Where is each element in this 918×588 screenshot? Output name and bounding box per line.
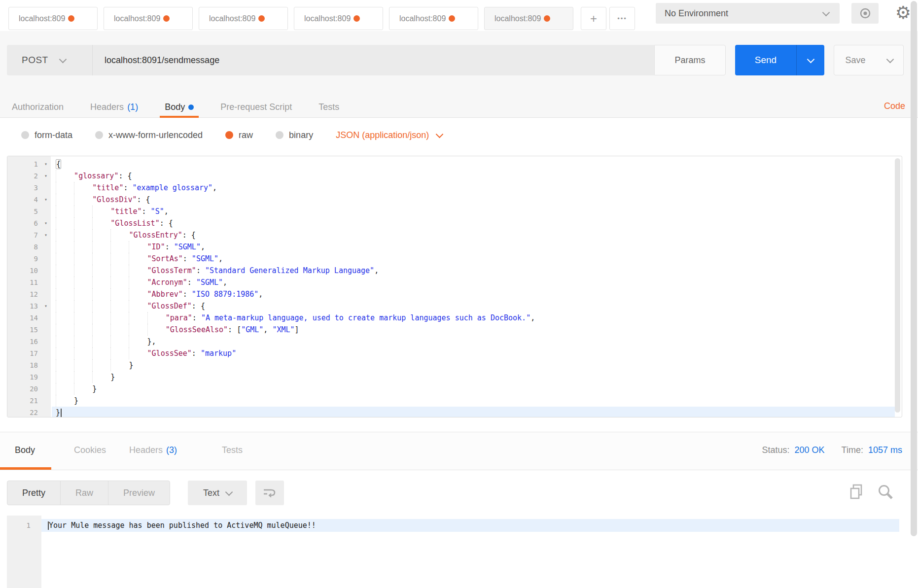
code-token: } (110, 373, 115, 381)
code-token: "GlossSeeAlso" (166, 325, 228, 334)
response-headers-count-badge: (3) (166, 445, 177, 455)
save-options-button[interactable] (877, 45, 904, 75)
code-token: , (223, 278, 227, 287)
response-tab-headers[interactable]: Headers (3) (129, 445, 177, 455)
view-mode-preview[interactable]: Preview (108, 481, 170, 505)
indent-guide (110, 312, 129, 324)
indent-guide (74, 182, 92, 194)
url-input[interactable] (92, 45, 654, 75)
response-tab-body[interactable]: Body (15, 445, 35, 455)
code-line: 16}, (7, 336, 895, 347)
tab-body[interactable]: Body (165, 102, 194, 112)
view-mode-pretty[interactable]: Pretty (7, 481, 61, 505)
search-response-button[interactable] (877, 483, 894, 503)
fold-spacer (40, 371, 52, 383)
code-link[interactable]: Code (884, 101, 905, 111)
line-number: 11 (7, 277, 40, 288)
request-body-editor[interactable]: 1▾{2▾"glossary": {3"title": "example glo… (7, 156, 902, 417)
indent-guide (110, 288, 129, 300)
code-line: 13▾"GlossDef": { (7, 300, 895, 312)
tab-tests[interactable]: Tests (318, 102, 339, 112)
code-line-content: "GlossTerm": "Standard Generalized Marku… (52, 265, 895, 277)
tab-authorization[interactable]: Authorization (12, 102, 64, 112)
browser-tab-label: localhost:809 (114, 14, 160, 23)
save-button[interactable]: Save (834, 45, 877, 75)
indent-guide (92, 359, 110, 371)
line-number: 17 (7, 347, 40, 359)
line-number: 14 (7, 312, 40, 324)
radio-icon (95, 131, 103, 139)
indent-guide (56, 253, 74, 265)
browser-tab[interactable]: localhost:809 (199, 7, 288, 30)
response-body-viewer[interactable]: 1 Your Mule message has been published t… (7, 516, 902, 588)
wrap-lines-button[interactable] (255, 481, 284, 505)
code-token: "GlossDiv" (92, 195, 137, 204)
code-token: ] (295, 325, 299, 334)
code-token: : (187, 278, 196, 287)
tab-headers[interactable]: Headers (1) (90, 102, 138, 112)
fold-spacer (40, 347, 52, 359)
code-line: 22} (7, 407, 895, 417)
browser-tab[interactable]: localhost:809 (104, 7, 193, 30)
code-line: 7▾"GlossEntry": { (7, 229, 895, 241)
indent-guide (56, 347, 74, 359)
body-type-option-x-www-form-urlencoded[interactable]: x-www-form-urlencoded (95, 130, 203, 140)
new-tab-button[interactable]: + (581, 7, 606, 30)
code-line-content: "title": "example glossary", (52, 182, 895, 194)
editor-scrollbar-thumb[interactable] (895, 158, 900, 413)
code-line: 1▾{ (7, 158, 895, 170)
response-tab-tests[interactable]: Tests (222, 445, 243, 455)
body-type-option-form-data[interactable]: form-data (21, 130, 72, 140)
copy-response-button[interactable] (849, 483, 866, 503)
chevron-down-icon (807, 55, 814, 63)
send-options-button[interactable] (796, 45, 824, 75)
line-number: 3 (7, 182, 40, 194)
copy-icon (849, 483, 866, 501)
body-type-option-binary[interactable]: binary (276, 130, 313, 140)
fold-arrow-icon[interactable]: ▾ (40, 158, 52, 170)
environment-selector[interactable]: No Environment (656, 3, 840, 24)
indent-guide (92, 229, 110, 241)
view-mode-raw[interactable]: Raw (61, 481, 108, 505)
browser-tab-label: localhost:809 (494, 14, 541, 23)
code-line-content: "GlossSeeAlso": ["GML", "XML"] (52, 324, 895, 336)
more-tabs-button[interactable]: ••• (609, 7, 635, 30)
fold-spacer (40, 407, 52, 417)
content-type-select[interactable]: JSON (application/json) (336, 130, 442, 140)
tab-pre-request-script[interactable]: Pre-request Script (220, 102, 292, 112)
code-token: "GlossSee" (147, 349, 192, 358)
code-token: "para" (166, 313, 192, 322)
fold-arrow-icon[interactable]: ▾ (40, 300, 52, 312)
browser-tab[interactable]: localhost:809 (389, 7, 478, 30)
fold-arrow-icon[interactable]: ▾ (40, 194, 52, 206)
browser-tab[interactable]: localhost:809 (294, 7, 383, 30)
view-mode-group: PrettyRawPreview (7, 481, 170, 505)
indent-guide (74, 241, 92, 253)
code-token: , (164, 207, 169, 216)
code-line-content: } (52, 359, 895, 371)
response-format-select[interactable]: Text (188, 481, 247, 505)
code-line: 8"ID": "SGML", (7, 241, 895, 253)
indent-guide (110, 229, 129, 241)
browser-tab[interactable]: localhost:809 (8, 7, 98, 30)
code-line-content: "GlossList": { (52, 217, 895, 229)
fold-arrow-icon[interactable]: ▾ (40, 170, 52, 182)
environment-preview-button[interactable] (851, 3, 879, 24)
method-select[interactable]: POST (7, 45, 92, 75)
body-type-option-raw[interactable]: raw (225, 130, 253, 140)
fold-arrow-icon[interactable]: ▾ (40, 229, 52, 241)
response-tab-cookies[interactable]: Cookies (74, 445, 106, 455)
params-button[interactable]: Params (654, 45, 726, 75)
indent-guide (74, 217, 92, 229)
code-token: : { (192, 302, 205, 311)
browser-tabs: localhost:809localhost:809localhost:809l… (8, 7, 579, 30)
send-button[interactable]: Send (735, 45, 796, 75)
indent-guide (56, 277, 74, 288)
response-toolbar: PrettyRawPreview Text (7, 479, 911, 507)
window-scrollbar-thumb[interactable] (911, 1, 917, 536)
browser-tab[interactable]: localhost:809 (484, 7, 573, 30)
fold-arrow-icon[interactable]: ▾ (40, 217, 52, 229)
indent-guide (74, 359, 92, 371)
indent-guide (92, 300, 110, 312)
indent-guide (56, 395, 74, 407)
